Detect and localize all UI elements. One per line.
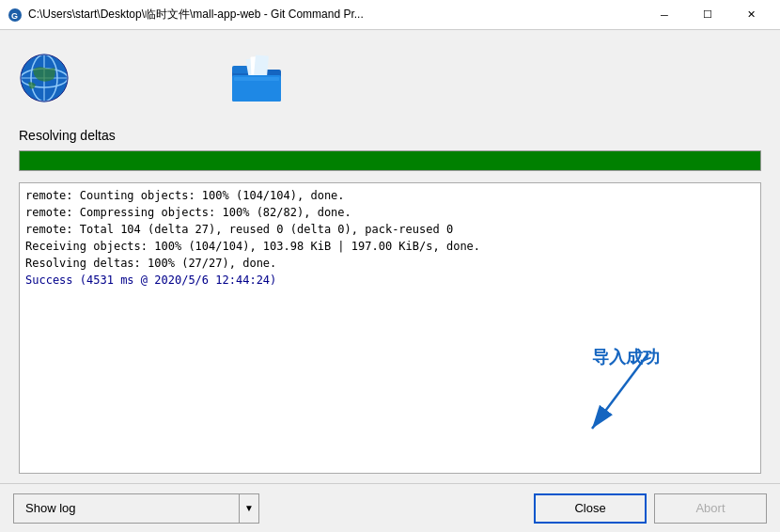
app-icon: G (8, 8, 23, 23)
progress-bar-fill (20, 151, 760, 170)
minimize-button[interactable]: ─ (643, 0, 686, 30)
close-button[interactable]: Close (534, 493, 647, 524)
svg-rect-12 (254, 55, 269, 76)
progress-bar-container (19, 150, 761, 171)
abort-button[interactable]: Abort (654, 493, 767, 524)
log-line: remote: Total 104 (delta 27), reused 0 (… (25, 221, 755, 238)
show-log-dropdown-button[interactable]: ▼ (239, 493, 259, 524)
folder-icon (230, 53, 287, 104)
show-log-group: Show log ▼ (13, 493, 259, 524)
svg-text:G: G (11, 11, 18, 21)
bottom-bar: Show log ▼ Close Abort (0, 483, 780, 532)
show-log-button[interactable]: Show log (13, 493, 239, 524)
close-window-button[interactable]: ✕ (729, 0, 772, 30)
main-content: Resolving deltas remote: Counting object… (0, 30, 780, 483)
icons-row (19, 45, 761, 111)
globe-icon (19, 53, 70, 104)
log-line: Success (4531 ms @ 2020/5/6 12:44:24) (25, 272, 755, 289)
log-line: Receiving objects: 100% (104/104), 103.9… (25, 238, 755, 255)
log-line: Resolving deltas: 100% (27/27), done. (25, 255, 755, 272)
status-label: Resolving deltas (19, 128, 761, 143)
maximize-button[interactable]: ☐ (686, 0, 729, 30)
title-bar: G C:\Users\start\Desktop\临时文件\mall-app-w… (0, 0, 780, 30)
log-area[interactable]: remote: Counting objects: 100% (104/104)… (19, 182, 761, 474)
log-line: remote: Compressing objects: 100% (82/82… (25, 204, 755, 221)
log-line: remote: Counting objects: 100% (104/104)… (25, 187, 755, 204)
window-title: C:\Users\start\Desktop\临时文件\mall-app-web… (28, 7, 643, 23)
window-controls: ─ ☐ ✕ (643, 0, 772, 30)
svg-rect-14 (234, 77, 279, 81)
